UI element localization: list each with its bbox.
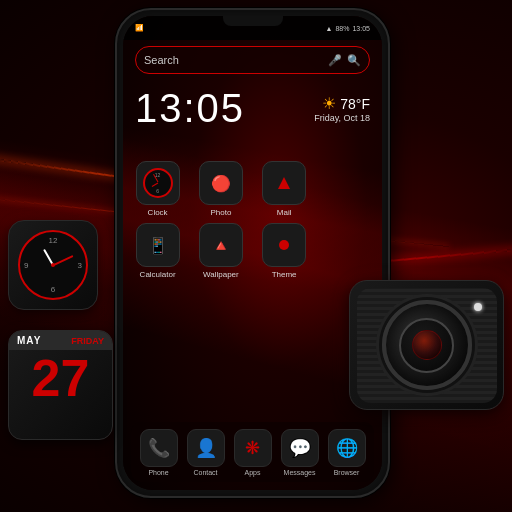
dock-browser-icon[interactable]: 🌐 xyxy=(328,429,366,467)
app-clock[interactable]: 12 6 Clock xyxy=(129,161,186,217)
clock-center xyxy=(51,263,55,267)
app-calculator[interactable]: 📱 Calculator xyxy=(129,223,186,279)
search-icon[interactable]: 🔍 xyxy=(347,54,361,67)
app-calc-icon[interactable]: 📱 xyxy=(136,223,180,267)
photo-icon: 🔴 xyxy=(211,174,231,193)
phone-frame: 📶 ▲ 88% 13:05 Search 🎤 🔍 13:05 ☀ 78°F xyxy=(115,8,390,498)
camera-widget[interactable] xyxy=(349,280,504,410)
messages-icon: 💬 xyxy=(289,437,311,459)
dock-browser-label: Browser xyxy=(334,469,360,476)
phone-screen: 📶 ▲ 88% 13:05 Search 🎤 🔍 13:05 ☀ 78°F xyxy=(123,16,382,490)
app-grid: 12 6 Clock 🔴 Photo Mail xyxy=(129,161,376,279)
clock-6: 6 xyxy=(51,285,55,294)
status-battery: 88% xyxy=(335,25,349,32)
search-icons: 🎤 🔍 xyxy=(328,54,361,67)
minute-hand xyxy=(53,255,74,266)
calendar-widget[interactable]: MAY FRIDAY 27 xyxy=(8,330,113,440)
app-calc-label: Calculator xyxy=(140,270,176,279)
dock-phone[interactable]: 📞 Phone xyxy=(140,429,178,476)
status-right: ▲ 88% 13:05 xyxy=(326,25,370,32)
weather-date: Friday, Oct 18 xyxy=(314,113,370,123)
app-clock-label: Clock xyxy=(148,208,168,217)
weather-info: ☀ 78°F Friday, Oct 18 xyxy=(314,94,370,123)
mail-icon xyxy=(278,177,290,189)
clock-widget-face: 12 6 9 3 xyxy=(18,230,88,300)
clock-3: 3 xyxy=(78,261,82,270)
clock-face: 12 6 xyxy=(143,168,173,198)
camera-lens-inner xyxy=(399,318,454,373)
camera-flash xyxy=(474,303,482,311)
app-photo-icon[interactable]: 🔴 xyxy=(199,161,243,205)
phone-dock: 📞 Phone 👤 Contact ❋ Apps 💬 Mes xyxy=(131,422,374,482)
clock-time: 13:05 xyxy=(135,86,245,131)
calendar-day: FRIDAY xyxy=(71,336,104,346)
dock-contact[interactable]: 👤 Contact xyxy=(187,429,225,476)
phone-icon: 📞 xyxy=(148,437,170,459)
dock-messages-icon[interactable]: 💬 xyxy=(281,429,319,467)
app-photo-label: Photo xyxy=(210,208,231,217)
camera-lens-core xyxy=(412,330,442,360)
app-theme-icon[interactable] xyxy=(262,223,306,267)
contact-icon: 👤 xyxy=(195,437,217,459)
search-bar[interactable]: Search 🎤 🔍 xyxy=(135,46,370,74)
browser-icon: 🌐 xyxy=(336,437,358,459)
app-mail-label: Mail xyxy=(277,208,292,217)
dock-phone-label: Phone xyxy=(148,469,168,476)
dock-browser[interactable]: 🌐 Browser xyxy=(328,429,366,476)
clock-9: 9 xyxy=(24,261,28,270)
status-bar: 📶 ▲ 88% 13:05 xyxy=(123,16,382,40)
app-mail[interactable]: Mail xyxy=(256,161,313,217)
sun-icon: ☀ xyxy=(322,94,336,113)
dock-apps-icon[interactable]: ❋ xyxy=(234,429,272,467)
clock-widget[interactable]: 12 6 9 3 xyxy=(8,220,98,310)
calendar-header: MAY FRIDAY xyxy=(9,331,112,350)
camera-lens xyxy=(382,300,472,390)
app-theme-label: Theme xyxy=(272,270,297,279)
app-wallpaper-label: Wallpaper xyxy=(203,270,239,279)
clock-12: 12 xyxy=(49,236,58,245)
app-theme[interactable]: Theme xyxy=(256,223,313,279)
calc-icon: 📱 xyxy=(148,236,168,255)
dock-apps[interactable]: ❋ Apps xyxy=(234,429,272,476)
theme-icon xyxy=(279,240,289,250)
status-time: 13:05 xyxy=(352,25,370,32)
temperature: 78°F xyxy=(340,96,370,112)
app-wallpaper-icon[interactable]: 🔺 xyxy=(199,223,243,267)
dock-messages[interactable]: 💬 Messages xyxy=(281,429,319,476)
status-wifi: ▲ xyxy=(326,25,333,32)
dock-contact-label: Contact xyxy=(193,469,217,476)
calendar-month: MAY xyxy=(17,335,41,346)
app-mail-icon[interactable] xyxy=(262,161,306,205)
dock-apps-label: Apps xyxy=(245,469,261,476)
mic-icon[interactable]: 🎤 xyxy=(328,54,342,67)
weather-temp: ☀ 78°F xyxy=(314,94,370,113)
wallpaper-icon: 🔺 xyxy=(211,236,231,255)
dock-contact-icon[interactable]: 👤 xyxy=(187,429,225,467)
dock-phone-icon[interactable]: 📞 xyxy=(140,429,178,467)
app-slot-4 xyxy=(319,161,376,217)
app-photo[interactable]: 🔴 Photo xyxy=(192,161,249,217)
dock-messages-label: Messages xyxy=(284,469,316,476)
camera-notch xyxy=(223,16,283,26)
camera-body xyxy=(357,288,497,403)
status-left: 📶 xyxy=(135,24,144,32)
clock-weather-display: 13:05 ☀ 78°F Friday, Oct 18 xyxy=(135,86,370,131)
app-wallpaper[interactable]: 🔺 Wallpaper xyxy=(192,223,249,279)
app-clock-icon[interactable]: 12 6 xyxy=(136,161,180,205)
apps-icon: ❋ xyxy=(245,437,260,459)
calendar-date: 27 xyxy=(9,350,112,406)
search-text: Search xyxy=(144,54,322,66)
